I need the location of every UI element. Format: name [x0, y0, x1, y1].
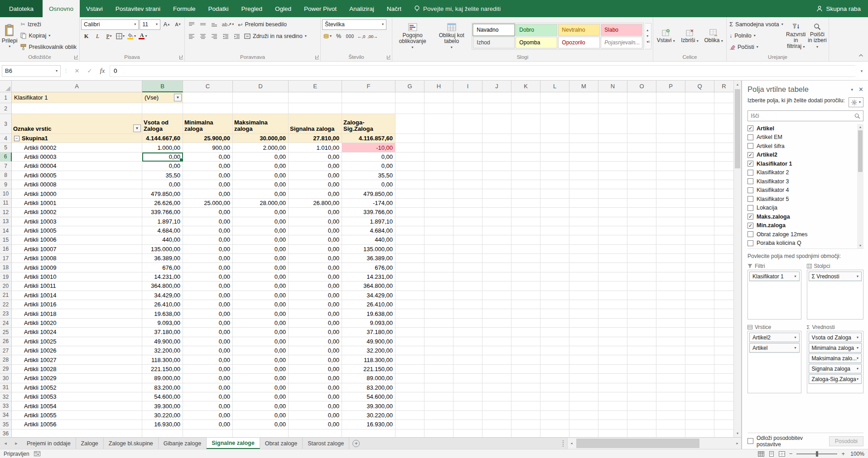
cell-a3[interactable]: Oznake vrstic▼ [12, 114, 142, 134]
cell-q15[interactable] [685, 235, 714, 244]
cell-b13[interactable]: 1.897,10 [142, 217, 183, 226]
cell-o27[interactable] [627, 346, 656, 355]
row-header-35[interactable]: 35 [0, 420, 12, 429]
cell-b25[interactable]: 37.180,00 [142, 328, 183, 337]
cell-c26[interactable]: 0,00 [183, 337, 233, 346]
cell-i26[interactable] [453, 337, 482, 346]
cell-k2[interactable] [511, 103, 540, 114]
cell-o34[interactable] [627, 411, 656, 420]
cell-a35[interactable]: Artikli 10056 [12, 420, 142, 429]
cell-l1[interactable] [540, 92, 569, 103]
column-header-q[interactable]: Q [685, 81, 714, 92]
field-item-lokacija[interactable]: Lokacija [747, 204, 856, 213]
cell-n32[interactable] [598, 392, 627, 401]
cell-l27[interactable] [540, 346, 569, 355]
area-field-vsota-od-zaloga[interactable]: Vsota od Zaloga▾ [809, 333, 862, 342]
cell-m14[interactable] [569, 226, 598, 235]
cell-e3[interactable]: Signalna zaloga [289, 114, 342, 134]
cell-e1[interactable] [289, 92, 342, 103]
cell-f8[interactable]: 35,50 [342, 171, 395, 180]
cell-d26[interactable]: 0,00 [233, 337, 289, 346]
number-format-select[interactable]: Številka▾ [322, 19, 386, 30]
cell-n29[interactable] [598, 365, 627, 374]
decrease-indent-button[interactable] [220, 31, 231, 42]
column-header-m[interactable]: M [569, 81, 598, 92]
cell-p31[interactable] [656, 383, 685, 392]
ribbon-tab-analiziraj[interactable]: Analiziraj [343, 0, 381, 17]
cell-d11[interactable]: 28.000,00 [233, 199, 289, 208]
cell-d14[interactable]: 0,00 [233, 226, 289, 235]
cell-r27[interactable] [714, 346, 734, 355]
cell-h6[interactable] [424, 153, 453, 162]
cell-d6[interactable]: 0,00 [233, 153, 289, 162]
cell-i6[interactable] [453, 153, 482, 162]
column-header-o[interactable]: O [627, 81, 656, 92]
dropdown-caret-icon[interactable]: ▾ [857, 377, 858, 381]
alignment-dialog-launcher[interactable] [315, 56, 319, 59]
row-header-24[interactable]: 24 [0, 319, 12, 328]
cell-n28[interactable] [598, 355, 627, 364]
cell-j23[interactable] [482, 309, 511, 318]
cell-n16[interactable] [598, 245, 627, 254]
cell-e6[interactable]: 0,00 [289, 153, 342, 162]
cell-p16[interactable] [656, 245, 685, 254]
cell-h4[interactable] [424, 134, 453, 143]
cell-d7[interactable]: 0,00 [233, 162, 289, 171]
row-header-18[interactable]: 18 [0, 263, 12, 272]
row-header-1[interactable]: 1 [0, 92, 12, 103]
field-checkbox-artikel-em[interactable] [747, 134, 753, 140]
cell-o20[interactable] [627, 281, 656, 291]
cell-q26[interactable] [685, 337, 714, 346]
cell-l10[interactable] [540, 189, 569, 198]
cell-style-slabo[interactable]: Slabo [601, 24, 642, 36]
cell-b18[interactable]: 676,00 [142, 263, 183, 272]
cell-r3[interactable] [714, 114, 734, 134]
area-field-maksimalna-zalo[interactable]: Maksimalna zalo...▾ [809, 353, 862, 363]
cell-b1[interactable]: (Vse)▼ [142, 92, 183, 103]
cell-i19[interactable] [453, 272, 482, 281]
field-item-klasifikator-5[interactable]: Klasifikator 5 [747, 195, 856, 204]
cell-d15[interactable]: 0,00 [233, 235, 289, 244]
area-field-artikel[interactable]: Artikel▾ [749, 343, 800, 353]
format-cells-button[interactable]: Oblika ▾ [702, 29, 725, 43]
cell-g17[interactable] [395, 254, 424, 263]
cell-h25[interactable] [424, 328, 453, 337]
cell-p33[interactable] [656, 401, 685, 410]
cell-o25[interactable] [627, 328, 656, 337]
cell-l28[interactable] [540, 355, 569, 364]
cell-m16[interactable] [569, 245, 598, 254]
cell-p28[interactable] [656, 355, 685, 364]
sheet-nav-left-button[interactable]: ◂ [0, 438, 11, 449]
cell-q31[interactable] [685, 383, 714, 392]
cell-i18[interactable] [453, 263, 482, 272]
cell-l22[interactable] [540, 300, 569, 309]
cell-j18[interactable] [482, 263, 511, 272]
cell-r32[interactable] [714, 392, 734, 401]
cell-c29[interactable]: 0,00 [183, 365, 233, 374]
cell-a14[interactable]: Artikli 10005 [12, 226, 142, 235]
cell-a17[interactable]: Artikli 10008 [12, 254, 142, 263]
format-as-table-button[interactable]: Oblikuj kot tabelo ▾ [433, 23, 470, 49]
row-header-11[interactable]: 11 [0, 199, 12, 208]
formula-input[interactable]: 0 [110, 65, 855, 77]
cell-b31[interactable]: 83.200,00 [142, 383, 183, 392]
cell-i14[interactable] [453, 226, 482, 235]
cell-i27[interactable] [453, 346, 482, 355]
cell-b9[interactable]: 0,00 [142, 180, 183, 189]
cell-q16[interactable] [685, 245, 714, 254]
cell-a22[interactable]: Artikli 10016 [12, 300, 142, 309]
cell-n18[interactable] [598, 263, 627, 272]
cell-e21[interactable]: 0,00 [289, 291, 342, 300]
cell-e19[interactable]: 0,00 [289, 272, 342, 281]
cell-f30[interactable]: 89.000,00 [342, 374, 395, 383]
cell-g26[interactable] [395, 337, 424, 346]
name-box-splitter[interactable]: ⋮ [63, 68, 70, 74]
cell-l18[interactable] [540, 263, 569, 272]
cell-f12[interactable]: 339.766,00 [342, 208, 395, 217]
cell-e35[interactable]: 0,00 [289, 420, 342, 429]
field-checkbox-klasifikator-3[interactable] [747, 178, 753, 184]
cell-f21[interactable]: 34.429,00 [342, 291, 395, 300]
cell-q3[interactable] [685, 114, 714, 134]
cell-i1[interactable] [453, 92, 482, 103]
cell-d16[interactable]: 0,00 [233, 245, 289, 254]
